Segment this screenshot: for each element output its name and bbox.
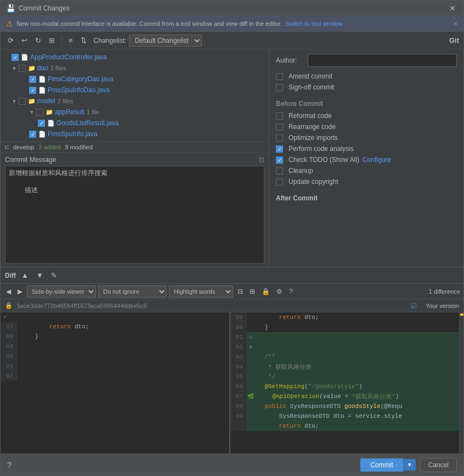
diff-line-added: 94 * 获取风格分类 [230, 362, 459, 372]
tree-item[interactable]: ✓ 📄 PmsSpuInfo.java [1, 128, 269, 139]
diff-line: 89 [1, 341, 229, 351]
diff-help-btn[interactable]: ? [287, 287, 295, 296]
file-hash: 5ace3dde772b46564ff1673aca5996444ddee5c8 [17, 303, 147, 309]
file-tree: ✓ 📄 AppProductController.java ▼ 📁 dao 2 … [1, 49, 269, 142]
info-text: New non-modal commit interface is availa… [16, 20, 282, 27]
line-number: 97 [230, 391, 247, 401]
diff-edit-btn[interactable]: ✎ [49, 270, 59, 281]
line-marker: ≡ [247, 344, 254, 350]
diff-lock-btn[interactable]: 🔒 [259, 287, 272, 296]
toolbar-toggle-btn[interactable]: ⊞ [46, 35, 58, 46]
switch-link[interactable]: Switch to tool window [285, 20, 343, 27]
folder-icon: 📁 [46, 109, 53, 116]
rearrange-checkbox[interactable] [276, 124, 283, 131]
branch-name: develop [13, 144, 35, 150]
line-number: 91 [230, 332, 247, 342]
tree-item[interactable]: ✓ 📄 PmsCategoryDao.java [1, 74, 269, 85]
info-bar: ⚠ New non-modal commit interface is avai… [1, 16, 463, 32]
commit-dropdown-button[interactable]: ▼ [403, 459, 416, 471]
cancel-button[interactable]: Cancel [420, 458, 457, 472]
viewer-select[interactable]: Side-by-side viewer Unified viewer [27, 285, 96, 298]
expand-icon[interactable]: ⊡ [259, 156, 264, 164]
signoff-checkbox[interactable] [276, 84, 283, 91]
diff-left-pane: ✓ 87 return dto; 88 } 89 90 [1, 312, 230, 453]
info-close-icon[interactable]: ✕ [453, 20, 458, 27]
reformat-checkbox[interactable] [276, 113, 283, 120]
toolbar-undo-btn[interactable]: ↩ [19, 35, 30, 46]
file-checkbox[interactable]: ✓ [12, 54, 19, 61]
commit-btn-group: Commit ▼ [360, 458, 415, 472]
tree-item[interactable]: ▼ 📁 appResult 1 file [1, 107, 269, 117]
line-content: return dto; [247, 423, 459, 429]
optimize-checkbox[interactable] [276, 135, 283, 142]
commit-button[interactable]: Commit [360, 458, 403, 472]
optimize-label: Optimize imports [288, 134, 338, 142]
ignore-select[interactable]: Do not ignore Ignore whitespaces [98, 285, 167, 298]
file-checkbox[interactable]: ✓ [38, 120, 45, 127]
close-button[interactable]: ✕ [447, 4, 458, 13]
diff-down-btn[interactable]: ▼ [34, 270, 46, 281]
tree-item[interactable]: ✓ 📄 AppProductController.java [1, 52, 269, 63]
left-check-icon: ✓ [1, 313, 8, 321]
diff-line-added: 97 🌿 @ApiOperation(value = "获取风格分类") [230, 391, 459, 401]
git-label: Git [449, 36, 459, 44]
folder-checkbox[interactable] [19, 65, 26, 72]
diff-line-added: 99 SysResponseDTO dto = service.style [230, 411, 459, 421]
copyright-checkbox[interactable] [276, 178, 283, 186]
diff-line: 90 [1, 351, 229, 361]
file-checkbox[interactable]: ✓ [29, 76, 36, 83]
status-added: 2 added [39, 144, 61, 150]
diff-line-added: 91 ☑ [230, 332, 459, 342]
dialog-container: 💾 Commit Changes ✕ ⚠ New non-modal commi… [0, 0, 464, 476]
info-icon: ⚠ [6, 19, 13, 28]
commit-message-textarea[interactable]: 新增根据材质和风格进行排序搜索 描述 [5, 166, 264, 264]
diff-scrollbar[interactable] [459, 312, 463, 453]
analyze-checkbox[interactable]: ✓ [276, 145, 283, 153]
diff-toolbar: ◀ ▶ Side-by-side viewer Unified viewer D… [1, 284, 463, 299]
lock-icon: 🔒 [5, 302, 13, 309]
diff-line-added: 92 ≡ [230, 342, 459, 352]
line-content: } [247, 324, 459, 331]
status-bar: ⑆ develop 2 added 9 modified [1, 142, 269, 153]
java-file-icon: 📄 [38, 87, 46, 94]
line-content: @ApiOperation(value = "获取风格分类") [254, 393, 459, 401]
diff-right-pane: 89 return dto; 90 } 91 ☑ 92 ≡ [230, 312, 459, 453]
diff-up-btn[interactable]: ▲ [19, 270, 31, 281]
help-button[interactable]: ? [7, 461, 12, 469]
cleanup-checkbox[interactable] [276, 167, 283, 175]
configure-link[interactable]: Configure [363, 156, 391, 164]
file-checkbox[interactable]: ✓ [29, 87, 36, 94]
folder-name: dao [37, 64, 48, 72]
java-file-icon: 📄 [47, 120, 55, 127]
highlight-select[interactable]: Highlight words Highlight lines Highligh… [169, 285, 233, 298]
diff-columns-btn[interactable]: ⊞ [247, 287, 257, 296]
diff-line: 90 } [230, 322, 459, 332]
diff-next-btn[interactable]: ▶ [15, 287, 25, 296]
changelist-select[interactable]: Default Changelist [129, 35, 202, 47]
commit-message-label: Commit Message [5, 156, 56, 164]
author-input[interactable] [308, 54, 457, 67]
tree-item[interactable]: ▼ 📁 model 2 files [1, 96, 269, 107]
diff-settings-btn[interactable]: ⊟ [235, 287, 245, 296]
leaf-icon: 🌿 [247, 393, 254, 400]
title-bar: 💾 Commit Changes ✕ [1, 1, 463, 16]
todo-checkbox[interactable]: ✓ [276, 156, 283, 164]
tree-item[interactable]: ▼ 📁 dao 2 files [1, 63, 269, 74]
tree-item[interactable]: ✓ 📄 PmsSpuInfoDao.java [1, 85, 269, 96]
toolbar-refresh-btn[interactable]: ⟳ [5, 35, 16, 46]
toolbar-redo-btn[interactable]: ↻ [32, 35, 44, 46]
java-file-icon: 📄 [21, 54, 29, 61]
line-number: 90 [1, 351, 17, 361]
line-number: 92 [230, 342, 247, 352]
diff-prev-btn[interactable]: ◀ [4, 287, 13, 296]
folder-checkbox[interactable] [36, 109, 43, 116]
folder-checkbox[interactable] [19, 98, 26, 105]
reformat-label: Reformat code [288, 112, 332, 120]
tree-item[interactable]: ✓ 📄 GoodsListResult.java [1, 117, 269, 128]
amend-checkbox[interactable] [276, 73, 283, 80]
line-number: 89 [230, 312, 247, 322]
toolbar-collapse-btn[interactable]: ≡ [66, 35, 76, 46]
file-checkbox[interactable]: ✓ [29, 131, 36, 138]
toolbar-expand-btn[interactable]: ⇅ [78, 35, 89, 46]
diff-gear-btn[interactable]: ⚙ [274, 287, 285, 296]
